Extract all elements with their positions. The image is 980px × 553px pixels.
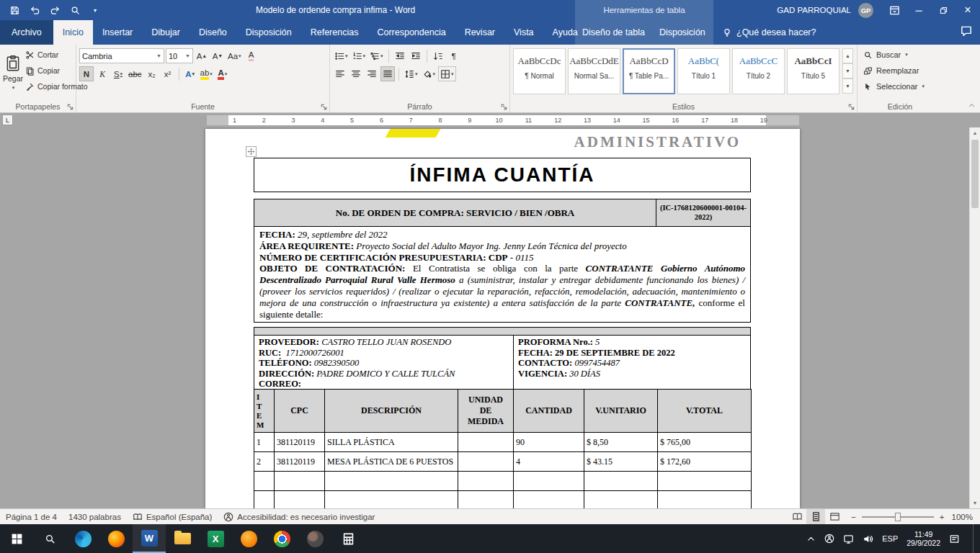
web-layout-button[interactable] (825, 509, 844, 525)
undo-button[interactable] (26, 2, 43, 18)
justify-button[interactable] (380, 66, 395, 81)
tab-stop-selector[interactable]: L (2, 114, 13, 125)
numbering-button[interactable]: ▾ (351, 48, 368, 63)
scroll-up-arrow[interactable]: ▲ (970, 127, 980, 138)
style-table-paragraph[interactable]: AaBbCcD ¶ Table Pa... (623, 48, 675, 94)
clear-formatting-button[interactable]: A (244, 48, 259, 63)
font-size-combo[interactable]: 10▼ (166, 48, 193, 63)
style-titulo-2[interactable]: AaBbCcC Título 2 (732, 48, 785, 94)
clock[interactable]: 11:49 29/9/2022 (906, 530, 940, 548)
select-button[interactable]: Seleccionar▾ (860, 78, 940, 94)
style-normal-sangria[interactable]: AaBbCcDdE Normal Sa... (568, 48, 620, 94)
edge-icon[interactable] (66, 524, 99, 553)
scrollbar-thumb[interactable] (971, 140, 979, 208)
start-button[interactable] (0, 524, 33, 553)
estilos-dialog-launcher[interactable] (848, 104, 855, 110)
zoom-slider-thumb[interactable] (895, 513, 901, 521)
network-icon[interactable] (843, 534, 854, 544)
bullets-button[interactable]: ▾ (333, 48, 349, 63)
align-right-button[interactable] (365, 66, 379, 81)
accessibility-tray-icon[interactable] (824, 534, 834, 544)
multilevel-list-button[interactable]: ▾ (368, 48, 385, 63)
sort-button[interactable] (431, 48, 445, 63)
replace-button[interactable]: Reemplazar (860, 63, 940, 78)
print-preview-button[interactable] (66, 2, 84, 18)
volume-icon[interactable] (863, 534, 873, 544)
tab-disposicion-tabla[interactable]: Disposición (652, 20, 713, 45)
subscript-button[interactable]: x₂ (145, 66, 159, 81)
fuente-dialog-launcher[interactable] (321, 104, 327, 110)
print-layout-button[interactable] (806, 509, 825, 525)
style-titulo-1[interactable]: AaBbC( Título 1 (677, 48, 730, 94)
tab-disposicion[interactable]: Disposición (236, 20, 301, 45)
redo-button[interactable] (46, 2, 63, 18)
align-left-button[interactable] (333, 66, 347, 81)
superscript-button[interactable]: x² (161, 66, 175, 81)
tab-referencias[interactable]: Referencias (301, 20, 368, 45)
styles-more-button[interactable]: ▼ (842, 78, 853, 94)
table-move-handle-icon[interactable] (246, 146, 257, 157)
shrink-font-button[interactable]: A▼ (210, 48, 225, 63)
find-button[interactable]: Buscar▾ (860, 47, 940, 63)
minimize-button[interactable]: ─ (906, 0, 931, 20)
font-color-button[interactable]: A▾ (215, 66, 230, 81)
line-spacing-button[interactable]: ▾ (403, 66, 419, 81)
show-paragraph-marks-button[interactable]: ¶ (447, 48, 461, 63)
styles-scroll-up-button[interactable]: ▲ (842, 48, 853, 63)
firefox-icon[interactable] (99, 524, 133, 553)
grow-font-button[interactable]: A▲ (195, 48, 209, 63)
style-titulo-5[interactable]: AaBbCcI Título 5 (787, 48, 839, 94)
customize-qat-button[interactable]: ▾ (86, 2, 104, 18)
tab-archivo[interactable]: Archivo (0, 20, 53, 45)
accessibility-status[interactable]: Accesibilidad: es necesario investigar (218, 509, 380, 525)
text-effects-button[interactable]: A▾ (183, 66, 197, 81)
tab-vista[interactable]: Vista (504, 20, 543, 45)
tab-insertar[interactable]: Insertar (93, 20, 142, 45)
tab-diseno[interactable]: Diseño (190, 20, 236, 45)
taskbar-search-button[interactable] (33, 524, 66, 553)
scroll-down-arrow[interactable]: ▼ (970, 498, 980, 508)
horizontal-ruler[interactable]: 12345678910111213141516171819 (207, 115, 799, 125)
style-normal[interactable]: AaBbCcDc ¶ Normal (513, 48, 566, 94)
tell-me-box[interactable]: ¿Qué desea hacer? (722, 20, 816, 45)
calculator-app-icon[interactable] (331, 524, 365, 553)
word-count[interactable]: 1430 palabras (63, 509, 127, 525)
table-row-empty[interactable] (254, 472, 752, 491)
close-button[interactable]: × (956, 0, 980, 20)
underline-button[interactable]: S▾ (111, 66, 125, 81)
show-desktop-button[interactable] (973, 524, 976, 553)
italic-button[interactable]: K (95, 66, 110, 81)
paste-button[interactable]: Pegar▾ (3, 47, 23, 99)
restore-button[interactable] (931, 0, 956, 20)
excel-icon[interactable]: X (199, 524, 232, 553)
bold-button[interactable]: N (79, 66, 94, 81)
increase-indent-button[interactable] (409, 48, 423, 63)
user-name[interactable]: GAD PARROQUIAL (777, 6, 851, 14)
strikethrough-button[interactable]: abc (127, 66, 143, 81)
shading-button[interactable]: ▾ (421, 66, 437, 81)
parr-dialog-launcher[interactable] (501, 104, 507, 110)
save-button[interactable] (6, 2, 23, 18)
borders-button[interactable]: ▾ (438, 66, 456, 81)
zoom-level[interactable]: 100% (952, 513, 980, 521)
vertical-scrollbar[interactable]: ▲ ▼ (969, 127, 980, 508)
font-family-combo[interactable]: Cambria▼ (79, 48, 164, 63)
ribbon-display-options-button[interactable] (882, 0, 906, 20)
zoom-in-button[interactable]: + (940, 513, 945, 521)
read-mode-button[interactable] (788, 509, 806, 525)
action-center-icon[interactable] (949, 534, 960, 544)
align-center-button[interactable] (349, 66, 363, 81)
document-page[interactable]: ADMINISTRATIVO ÍNFIMA CUANTÍA No. DE ORD… (205, 129, 800, 508)
zoom-slider[interactable] (862, 516, 934, 518)
tab-correspondencia[interactable]: Correspondencia (368, 20, 455, 45)
tab-dibujar[interactable]: Dibujar (142, 20, 190, 45)
comments-icon[interactable] (960, 24, 973, 37)
zoom-out-button[interactable]: − (851, 513, 856, 521)
hidden-icons-chevron[interactable] (806, 534, 816, 544)
page-indicator[interactable]: Página 1 de 4 (0, 509, 63, 525)
table-row[interactable]: 1 381120119 SILLA PLÁSTICA 90 $ 8,50 $ 7… (254, 433, 752, 452)
orange-app-icon[interactable] (232, 524, 265, 553)
styles-scroll-down-button[interactable]: ▼ (842, 63, 853, 78)
highlight-color-button[interactable]: ab▾ (199, 66, 214, 81)
tab-inicio[interactable]: Inicio (53, 20, 93, 45)
